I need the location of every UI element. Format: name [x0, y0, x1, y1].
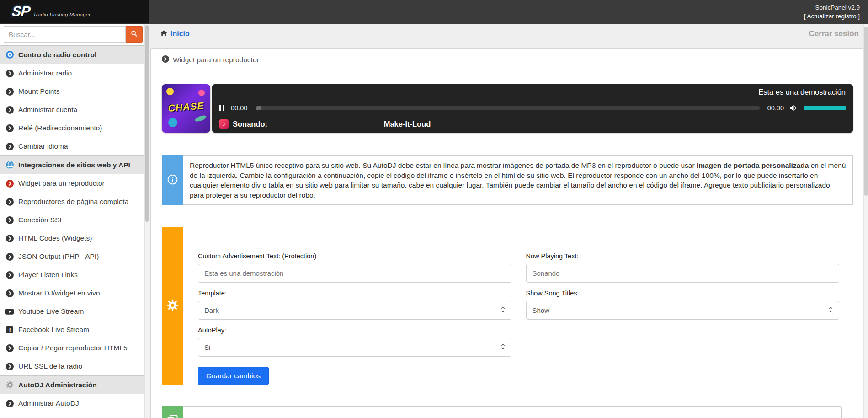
template-selected-value: Dark: [204, 306, 219, 314]
updown-arrows-icon: [829, 306, 833, 314]
sidebar-item[interactable]: HTML Codes (Widgets): [0, 229, 144, 247]
volume-slider[interactable]: [804, 106, 846, 110]
chevron-right-circle-icon: [5, 70, 14, 77]
sidebar-item[interactable]: Copiar / Pegar reproductor HTML5: [0, 339, 144, 357]
chevron-right-circle-icon: [5, 235, 14, 242]
sidebar-scrollbar-thumb[interactable]: [145, 25, 149, 222]
now-playing-label: Sonando:: [233, 120, 267, 129]
embed-code-box[interactable]: <iframe src="https://as100.globalhost1.c…: [183, 406, 842, 418]
logout-link[interactable]: Cerrar sesión: [809, 29, 859, 38]
youtube-icon: [5, 309, 14, 315]
breadcrumb: Inicio: [160, 30, 190, 38]
album-art: CHASE: [162, 84, 210, 133]
duration-time: 00:00: [766, 104, 784, 112]
sidebar-item[interactable]: f Facebook Live Stream: [0, 321, 144, 339]
sidebar-item: AutoDJ Administración: [0, 375, 144, 394]
seek-bar[interactable]: [256, 106, 760, 110]
updown-arrows-icon: [501, 343, 505, 351]
autoplay-selected-value: Si: [204, 343, 210, 351]
save-button[interactable]: Guardar cambios: [198, 367, 269, 385]
update-registry-link[interactable]: [ Actualizar registro ]: [804, 12, 860, 21]
home-icon: [160, 30, 167, 38]
sidebar-item: Integraciones de sitios web y API: [0, 155, 144, 174]
sidebar-item[interactable]: URL SSL de la radio: [0, 357, 144, 375]
bullseye-icon: [5, 51, 14, 59]
widget-settings-form: Custom Advertisement Text: (Protection) …: [162, 227, 853, 385]
page-scrollbar[interactable]: [863, 24, 868, 418]
chevron-right-circle-icon: [5, 400, 14, 407]
track-title: Make-It-Loud: [384, 120, 431, 129]
ad-text-label: Custom Advertisement Text: (Protection): [198, 252, 511, 260]
facebook-icon: f: [5, 326, 14, 333]
music-note-icon: ♪: [219, 119, 229, 129]
chevron-right-circle-icon: [162, 55, 169, 64]
sidebar-item[interactable]: Reproductores de página completa: [0, 193, 144, 211]
embed-code-section: <iframe src="https://as100.globalhost1.c…: [162, 406, 853, 418]
sidebar-item[interactable]: Mount Points: [0, 82, 144, 101]
template-select[interactable]: Dark: [198, 301, 511, 320]
sidebar-item[interactable]: Administrar radio: [0, 64, 144, 82]
audio-player-widget: CHASE Esta es una demostración 00:00: [162, 84, 853, 133]
autoplay-select[interactable]: Si: [198, 338, 511, 357]
chevron-right-circle-icon: [5, 124, 14, 132]
template-label: Template:: [198, 289, 511, 297]
chevron-right-circle-icon: [5, 253, 14, 261]
globe-icon: [5, 161, 14, 169]
app-header: SP Radio Hosting Manager SonicPanel v2.9…: [0, 0, 868, 24]
cog-icon: [5, 381, 14, 389]
ad-text-input[interactable]: [198, 264, 511, 283]
info-icon: [167, 174, 178, 187]
version-label: SonicPanel v2.9: [804, 3, 860, 12]
sidebar-item[interactable]: Administrar AutoDJ: [0, 394, 144, 413]
sidebar: Centro de radio control Administrar radi…: [0, 24, 149, 418]
copy-icon[interactable]: [166, 414, 178, 418]
chevron-right-circle-icon: [5, 106, 14, 114]
chevron-right-circle-icon: [5, 344, 14, 352]
sidebar-item[interactable]: Administrar cuenta: [0, 101, 144, 119]
form-left-column: Custom Advertisement Text: (Protection) …: [198, 252, 511, 385]
search-button[interactable]: [126, 26, 143, 43]
info-alert: Reproductor HTML5 único receptivo para s…: [162, 155, 853, 205]
gear-icon: [166, 299, 179, 313]
sidebar-item[interactable]: Relé (Redireccionamiento): [0, 119, 144, 137]
updown-arrows-icon: [501, 306, 505, 314]
search-icon: [131, 30, 138, 38]
current-time: 00:00: [231, 104, 250, 112]
chevron-right-circle-icon: [5, 198, 14, 206]
sidebar-item[interactable]: Youtube Live Stream: [0, 302, 144, 321]
volume-icon[interactable]: [790, 105, 798, 111]
chevron-right-circle-icon: [5, 289, 14, 297]
sidebar-item[interactable]: Widget para un reproductor: [0, 174, 144, 193]
page-title: Widget para un reproductor: [173, 56, 259, 64]
sidebar-item[interactable]: Conexión SSL: [0, 211, 144, 229]
logo-text: SP: [11, 3, 31, 20]
content-panel: Widget para un reproductor CHASE Esta es…: [150, 48, 864, 418]
form-right-column: Now Playing Text: Show Song Titles: Show: [526, 252, 840, 385]
chevron-right-circle-icon: [5, 363, 14, 370]
sidebar-item: Centro de radio control: [0, 45, 144, 64]
page-scrollbar-thumb[interactable]: [864, 27, 868, 196]
pause-button[interactable]: [219, 105, 225, 111]
app-logo: SP Radio Hosting Manager: [0, 0, 149, 24]
main-content: Inicio Cerrar sesión Widget para un repr…: [149, 24, 868, 418]
chevron-right-circle-icon: [5, 271, 14, 279]
chevron-right-circle-icon: [5, 180, 14, 188]
info-text: Reproductor HTML5 único receptivo para s…: [183, 155, 853, 205]
sidebar-item[interactable]: Cambiar idioma: [0, 137, 144, 155]
now-playing-input[interactable]: [526, 264, 840, 283]
logo-tagline: Radio Hosting Manager: [34, 12, 91, 17]
song-titles-label: Show Song Titles:: [526, 289, 840, 297]
breadcrumb-home-link[interactable]: Inicio: [170, 30, 190, 38]
sidebar-item[interactable]: Player Listen Links: [0, 266, 144, 284]
sidebar-item[interactable]: Mostrar DJ/widget en vivo: [0, 284, 144, 302]
search-input[interactable]: [4, 26, 126, 43]
song-titles-select[interactable]: Show: [526, 301, 840, 320]
album-art-title: CHASE: [162, 100, 210, 114]
now-playing-text-label: Now Playing Text:: [526, 252, 840, 260]
sidebar-scrollbar[interactable]: [144, 24, 149, 418]
chevron-right-circle-icon: [5, 216, 14, 224]
chevron-right-circle-icon: [5, 88, 14, 96]
song-titles-selected-value: Show: [533, 306, 550, 314]
sidebar-item[interactable]: JSON Output (PHP - API): [0, 247, 144, 266]
player-ad-text: Esta es una demostración: [758, 88, 846, 96]
